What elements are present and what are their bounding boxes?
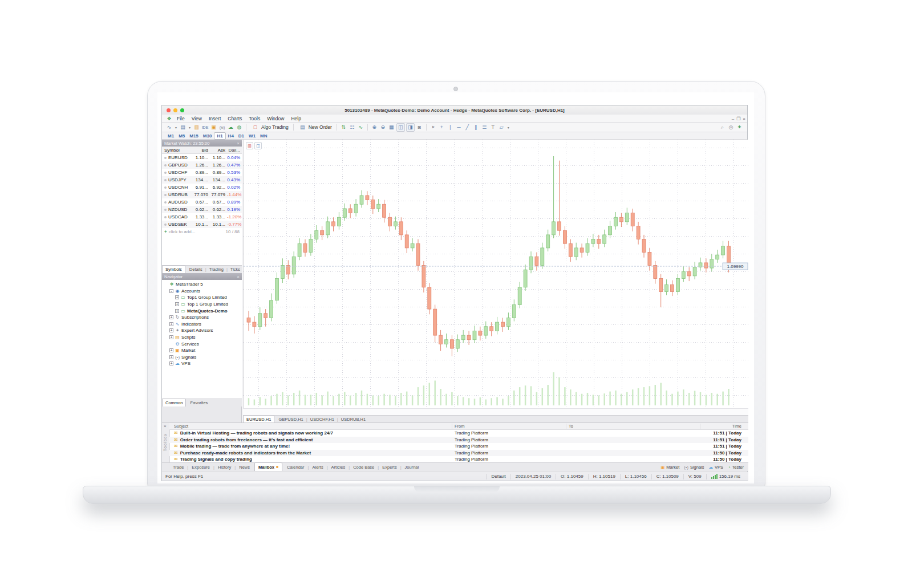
mql-id-icon[interactable]: (ᴍ) — [218, 124, 226, 131]
market-watch-row[interactable]: USDRUB77.07077.079-1.44% — [162, 191, 242, 198]
chart-tab-eurusd-h1[interactable]: EURUSD,H1 — [243, 415, 274, 423]
line-chart-icon[interactable]: ∿ — [357, 124, 364, 131]
service-market[interactable]: ▣Market — [660, 465, 679, 470]
menu-item-window[interactable]: Window — [264, 116, 287, 121]
timeframe-h1[interactable]: H1 — [214, 132, 225, 140]
mailbox-column-header[interactable]: SubjectFromToTime — [169, 423, 748, 430]
timeframe-w1[interactable]: W1 — [246, 133, 258, 139]
market-watch-row[interactable]: GBPUSD1.26...1.26...0.47% — [162, 161, 242, 169]
bottom-tab-news[interactable]: News — [236, 463, 253, 471]
bottom-tab-articles[interactable]: Articles — [328, 463, 349, 471]
tick-chart-icon[interactable]: ⇅ — [340, 124, 347, 131]
mdi-close-icon[interactable]: × — [743, 116, 745, 121]
tab-favorites[interactable]: Favorites — [188, 399, 211, 407]
mw-col-bid[interactable]: Bid — [193, 148, 210, 153]
account-icon[interactable]: ◎ — [727, 124, 735, 131]
shapes-icon[interactable]: ▱ — [498, 124, 505, 131]
tree-item-accounts[interactable]: -◉Accounts — [164, 288, 242, 295]
timeframe-mn[interactable]: MN — [258, 133, 269, 139]
bottom-tab-journal[interactable]: Journal — [402, 463, 423, 471]
mailbox-col-subject[interactable]: Subject — [169, 424, 452, 429]
timeframe-d1[interactable]: D1 — [236, 133, 246, 139]
tab-trading[interactable]: Trading — [206, 266, 226, 273]
tree-expander-icon[interactable]: + — [169, 328, 173, 332]
market-watch-close-icon[interactable]: × — [237, 141, 240, 146]
tree-expander-icon[interactable]: + — [169, 335, 173, 339]
bottom-tab-history[interactable]: History — [214, 463, 234, 471]
tree-expander-icon[interactable]: + — [175, 309, 179, 313]
one-click-trading-icon[interactable]: ◫ — [254, 142, 262, 149]
menu-item-help[interactable]: Help — [287, 116, 304, 121]
mailbox-col-to[interactable]: To — [566, 424, 700, 429]
mailbox-col-from[interactable]: From — [452, 424, 566, 429]
status-profile[interactable]: Default — [486, 474, 510, 479]
timeframe-m15[interactable]: M15 — [187, 133, 201, 139]
tab-symbols[interactable]: Symbols — [162, 265, 185, 273]
tree-item-metatrader-5[interactable]: ❖MetaTrader 5 — [164, 281, 242, 288]
market-watch-row[interactable]: USDCNH6.91...6.92...0.02% — [162, 184, 242, 191]
menu-item-charts[interactable]: Charts — [224, 116, 245, 121]
chart-style-icon[interactable]: ∿ — [165, 124, 173, 131]
horizontal-line-icon[interactable]: ─ — [455, 124, 463, 131]
tree-item-top-1-group-limited[interactable]: +▭Top 1 Group Limited — [164, 301, 242, 308]
service-vps[interactable]: ☁VPS — [709, 465, 724, 470]
depth-of-market-icon[interactable]: ▥ — [246, 142, 253, 149]
market-watch-add-row[interactable]: +click to add... 10 / 88 — [162, 228, 242, 235]
menu-item-file[interactable]: File — [173, 116, 188, 121]
profile-icon[interactable]: ▥ — [193, 124, 200, 131]
mailbox-row[interactable]: ✉Order trading robots from freelancers —… — [169, 437, 748, 444]
tab-ticks[interactable]: Ticks — [228, 266, 243, 273]
indicator-windows-icon[interactable]: ◫ — [396, 123, 405, 132]
tree-expander-icon[interactable]: + — [175, 295, 179, 299]
chart-style-caret-icon[interactable]: ▾ — [174, 124, 178, 131]
tree-item-subscriptions[interactable]: +↻Subscriptions — [164, 314, 242, 321]
tree-expander-icon[interactable]: - — [169, 289, 173, 293]
tree-expander-icon[interactable]: + — [169, 322, 173, 326]
bars-chart-icon[interactable]: ☷ — [348, 124, 356, 131]
tree-expander-icon[interactable]: + — [169, 355, 173, 359]
tree-item-signals[interactable]: +(•)Signals — [164, 354, 242, 361]
market-watch-row[interactable]: AUDUSD0.67...0.67...0.89% — [162, 198, 242, 206]
chart-type-icon[interactable]: ▤ — [179, 124, 187, 131]
tree-item-metaquotes-demo[interactable]: +▭MetaQuotes-Demo — [164, 307, 242, 314]
market-watch-column-header[interactable]: SymbolBidAskDail... — [162, 147, 242, 154]
mw-col-symbol[interactable]: Symbol — [162, 148, 193, 153]
market-watch-row[interactable]: EURUSD1.10...1.10...0.04% — [162, 154, 242, 161]
connect-icon[interactable]: ✚ — [736, 124, 743, 131]
menu-item-view[interactable]: View — [188, 116, 205, 121]
bottom-tab-trade[interactable]: Trade — [169, 463, 187, 471]
mdi-restore-icon[interactable]: ❐ — [736, 116, 740, 121]
navigator-close-icon[interactable]: × — [237, 274, 240, 279]
tree-expander-icon[interactable]: + — [169, 315, 173, 319]
mw-col-ask[interactable]: Ask — [210, 148, 227, 153]
chart-area[interactable]: ▥ ◫ 1.09990 — [243, 140, 748, 408]
vertical-line-icon[interactable]: ∣ — [447, 124, 454, 131]
market-watch-row[interactable]: USDJPY134....134....0.43% — [162, 176, 242, 184]
mdi-minimize-icon[interactable]: – — [732, 116, 734, 121]
market-watch-row[interactable]: USDCHF0.89...0.89...0.53% — [162, 169, 242, 176]
candlestick-chart[interactable]: 1.09990 — [244, 140, 749, 408]
bottom-tab-code-base[interactable]: Code Base — [350, 463, 378, 471]
algo-trading-button[interactable]: □ Algo Trading — [249, 124, 291, 131]
mailbox-row[interactable]: ✉Built-in Virtual Hosting — trading robo… — [169, 430, 748, 437]
tree-item-top1-group-limited[interactable]: +▭Top1 Group Limited — [164, 294, 242, 301]
screenshot-icon[interactable]: ◙ — [416, 124, 423, 131]
mw-col-dail[interactable]: Dail... — [227, 148, 242, 153]
bottom-tab-calendar[interactable]: Calendar — [283, 463, 307, 471]
tree-expander-icon[interactable]: + — [169, 348, 173, 352]
bottom-tab-exposure[interactable]: Exposure — [188, 463, 213, 471]
new-order-button[interactable]: ▤ New Order — [296, 124, 334, 131]
timeframe-m30[interactable]: M30 — [201, 133, 214, 139]
zoom-in-icon[interactable]: ⊕ — [371, 124, 378, 131]
mailbox-row[interactable]: ✉Mobile trading — trade from anywhere at… — [169, 443, 748, 450]
chart-type-caret-icon[interactable]: ▾ — [188, 124, 192, 131]
fibonacci-icon[interactable]: ☰ — [481, 124, 488, 131]
lock-icon[interactable]: ▣ — [210, 124, 217, 131]
timeframe-h4[interactable]: H4 — [226, 133, 236, 139]
bottom-tab-alerts[interactable]: Alerts — [309, 463, 326, 471]
tree-item-services[interactable]: ⚙Services — [164, 340, 242, 347]
ide-icon[interactable]: IDE — [201, 124, 209, 131]
timeframe-m1[interactable]: M1 — [165, 133, 176, 139]
channel-icon[interactable]: ∥ — [472, 124, 480, 131]
market-watch-row[interactable]: USDSEK10.1...10.1...-0.77% — [162, 221, 242, 228]
